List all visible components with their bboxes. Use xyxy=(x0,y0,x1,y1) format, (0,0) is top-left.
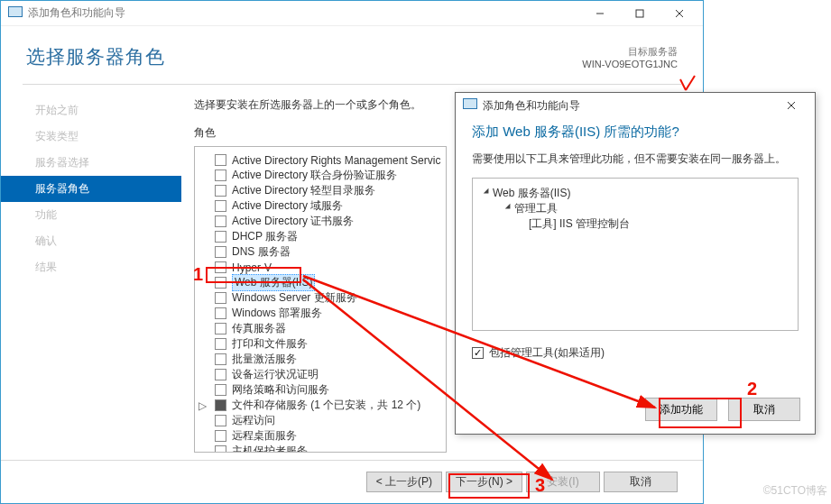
watermark: ©51CTO博客 xyxy=(763,483,827,499)
svg-line-8 xyxy=(680,79,686,90)
svg-line-6 xyxy=(303,276,655,408)
annotation-arrows xyxy=(0,0,831,504)
svg-line-9 xyxy=(686,76,695,90)
svg-line-7 xyxy=(303,279,552,480)
